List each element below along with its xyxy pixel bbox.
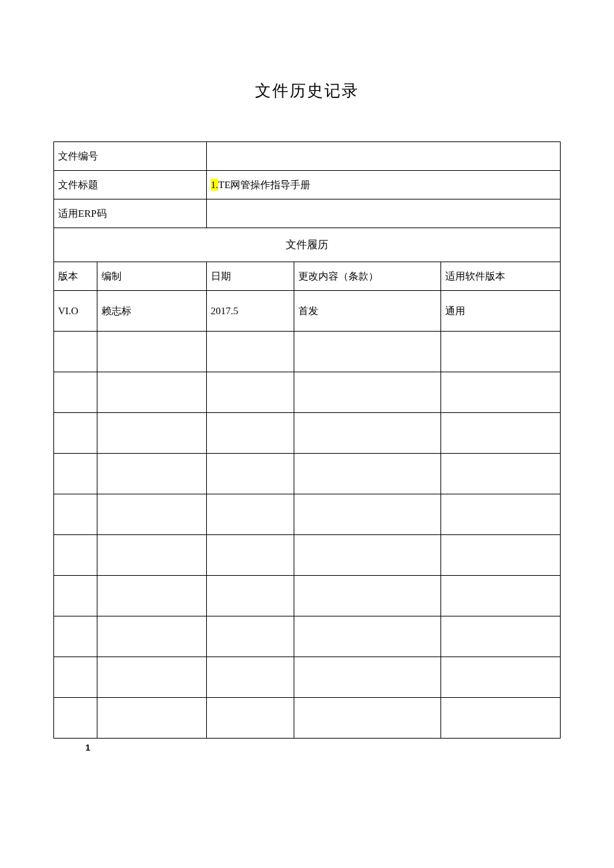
- table-row: [54, 576, 561, 616]
- history-header-author: 编制: [97, 262, 207, 291]
- erp-label: 适用ERP码: [54, 199, 207, 228]
- file-title-prefix: 1.: [211, 179, 218, 191]
- cell-software: [441, 698, 561, 739]
- cell-software: [441, 413, 561, 454]
- history-header-row: 版本 编制 日期 更改内容（条款） 适用软件版本: [54, 262, 561, 291]
- file-number-value: [206, 142, 560, 171]
- history-header-date: 日期: [206, 262, 294, 291]
- cell-software: [441, 616, 561, 657]
- cell-version: [54, 332, 97, 372]
- cell-version: [54, 372, 97, 413]
- table-row: [54, 616, 561, 657]
- history-header-change: 更改内容（条款）: [294, 262, 440, 291]
- erp-row: 适用ERP码: [54, 199, 561, 228]
- cell-software: [441, 657, 561, 698]
- cell-version: VI.O: [54, 291, 97, 332]
- cell-change: [294, 657, 440, 698]
- cell-author: [97, 372, 207, 413]
- cell-date: [206, 413, 294, 454]
- table-row: [54, 454, 561, 494]
- table-row: [54, 657, 561, 698]
- cell-author: [97, 576, 207, 616]
- file-title-cell: 1.TE网管操作指导手册: [206, 171, 560, 199]
- cell-version: [54, 657, 97, 698]
- page-number: 1: [85, 743, 561, 753]
- cell-software: [441, 494, 561, 535]
- cell-change: [294, 698, 440, 739]
- cell-software: 通用: [441, 291, 561, 332]
- cell-version: [54, 494, 97, 535]
- table-row: [54, 698, 561, 739]
- cell-date: [206, 698, 294, 739]
- cell-author: [97, 698, 207, 739]
- cell-date: [206, 616, 294, 657]
- cell-software: [441, 454, 561, 494]
- cell-change: [294, 413, 440, 454]
- cell-change: [294, 616, 440, 657]
- cell-change: [294, 576, 440, 616]
- cell-software: [441, 535, 561, 576]
- table-row: [54, 494, 561, 535]
- cell-date: [206, 332, 294, 372]
- cell-author: [97, 454, 207, 494]
- file-title-label: 文件标题: [54, 171, 207, 199]
- cell-author: [97, 657, 207, 698]
- table-row: [54, 413, 561, 454]
- file-number-label: 文件编号: [54, 142, 207, 171]
- cell-date: [206, 535, 294, 576]
- cell-author: [97, 413, 207, 454]
- history-section-label: 文件履历: [54, 228, 561, 262]
- cell-author: [97, 332, 207, 372]
- cell-version: [54, 454, 97, 494]
- file-number-row: 文件编号: [54, 142, 561, 171]
- cell-change: [294, 494, 440, 535]
- table-row: [54, 372, 561, 413]
- cell-change: 首发: [294, 291, 440, 332]
- cell-change: [294, 372, 440, 413]
- file-title-value: TE网管操作指导手册: [218, 179, 310, 190]
- cell-version: [54, 616, 97, 657]
- table-row: [54, 332, 561, 372]
- table-row: VI.O 赖志标 2017.5 首发 通用: [54, 291, 561, 332]
- file-title-row: 文件标题 1.TE网管操作指导手册: [54, 171, 561, 199]
- cell-change: [294, 535, 440, 576]
- page-title: 文件历史记录: [53, 80, 561, 101]
- cell-version: [54, 576, 97, 616]
- document-page: 文件历史记录 文件编号 文件标题 1.TE网管操作指导手册 适用ERP码 文件履…: [0, 0, 614, 779]
- cell-author: [97, 535, 207, 576]
- cell-date: [206, 494, 294, 535]
- cell-version: [54, 413, 97, 454]
- cell-author: [97, 616, 207, 657]
- cell-date: 2017.5: [206, 291, 294, 332]
- cell-software: [441, 372, 561, 413]
- cell-software: [441, 332, 561, 372]
- cell-author: [97, 494, 207, 535]
- erp-value: [206, 199, 560, 228]
- cell-change: [294, 332, 440, 372]
- cell-date: [206, 372, 294, 413]
- history-section-header: 文件履历: [54, 228, 561, 262]
- cell-version: [54, 698, 97, 739]
- cell-date: [206, 657, 294, 698]
- history-header-version: 版本: [54, 262, 97, 291]
- cell-author: 赖志标: [97, 291, 207, 332]
- cell-change: [294, 454, 440, 494]
- cell-software: [441, 576, 561, 616]
- history-header-software: 适用软件版本: [441, 262, 561, 291]
- table-row: [54, 535, 561, 576]
- document-table: 文件编号 文件标题 1.TE网管操作指导手册 适用ERP码 文件履历 版本 编制…: [53, 141, 561, 739]
- cell-version: [54, 535, 97, 576]
- cell-date: [206, 576, 294, 616]
- cell-date: [206, 454, 294, 494]
